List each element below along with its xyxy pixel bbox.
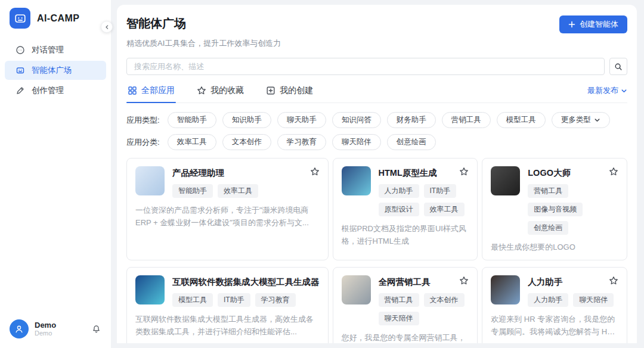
search-icon [614,63,623,71]
filter-chip[interactable]: 营销工具 [442,112,491,128]
agent-tag: 聊天陪伴 [379,312,419,325]
favorite-star-icon[interactable] [609,166,618,176]
agent-tag: 效率工具 [424,203,465,216]
agent-tag: 营销工具 [528,184,568,198]
agent-title: 全网营销工具 [379,275,456,288]
card-title-row: 人力助手 [528,275,618,288]
main-panel: 智能体广场 创建智能体 精选优质AI工具集合，提升工作效率与创造力 全部应用我的… [117,5,637,343]
card-head: 产品经理助理智能助手效率工具 [135,166,320,198]
favorite-star-icon[interactable] [459,166,469,176]
filter-chip[interactable]: 模型工具 [497,112,546,128]
agent-tag: IT助手 [424,184,457,198]
agent-card[interactable]: 产品经理助理智能助手效率工具一位资深的产品需求分析师，专注于"灏米跨境电商 ER… [126,158,329,260]
sort-dropdown[interactable]: 最新发布 [587,85,627,102]
filter-chip[interactable]: 学习教育 [277,134,326,150]
grid-icon [128,86,137,95]
agent-avatar-image [135,166,165,195]
user-meta: Demo Demo [35,321,56,337]
agent-card[interactable]: 人力助手人力助手聊天陪伴欢迎来到 HR 专家咨询台，我是您的专属顾问。我将竭诚为… [482,267,627,343]
card-info: 互联网软件数据集成大模型工具生成器模型工具IT助手学习教育 [172,275,320,307]
filter-chip[interactable]: 智能助手 [168,112,216,128]
agent-tag: 效率工具 [218,184,258,198]
card-info: HTML原型生成人力助手IT助手原型设计效率工具 [379,166,469,216]
sidebar-item-agent-plaza[interactable]: 智能体广场 [5,61,106,80]
sidebar: AI-CAMP 对话管理智能体广场创作管理 Demo Demo [0,0,111,348]
filter-chip[interactable]: 聊天助手 [277,112,326,128]
agent-description: 根据PRD文档及指定的界面UI样式风格，进行HTML生成 [342,222,469,247]
card-title-row: 产品经理助理 [172,166,320,179]
agent-tags: 人力助手IT助手原型设计效率工具 [379,184,469,216]
pencil-icon [16,86,25,95]
agent-tag: 智能助手 [172,184,213,198]
tab-1[interactable]: 我的收藏 [196,85,245,102]
agent-tag: 图像与音视频 [528,203,583,216]
agent-tag: 人力助手 [528,293,568,307]
agent-tag: 营销工具 [379,293,419,307]
sidebar-collapse-button[interactable] [101,21,113,33]
more-filters-chip[interactable]: 更多类型 [552,112,610,128]
sort-label: 最新发布 [587,85,618,96]
create-agent-button[interactable]: 创建智能体 [559,15,627,33]
sidebar-item-label: 智能体广场 [32,65,72,76]
search-bar [126,58,627,75]
app-logo: AI-CAMP [0,0,111,35]
favorite-star-icon[interactable] [310,166,320,176]
filter-chip[interactable]: 财务助手 [387,112,436,128]
card-title-row: HTML原型生成 [379,166,469,179]
filter-chip[interactable]: 文本创作 [222,134,271,150]
agent-card[interactable]: 互联网软件数据集成大模型工具生成器模型工具IT助手学习教育互联网软件数据集成大模… [126,267,329,343]
sidebar-item-creation-management[interactable]: 创作管理 [5,81,106,100]
favorite-star-icon[interactable] [609,275,618,285]
agent-card[interactable]: 全网营销工具营销工具文本创作聊天陪伴您好，我是您的专属全网营销工具，输入问题即可… [333,267,478,343]
card-info: 产品经理助理智能助手效率工具 [172,166,320,198]
card-title-row: 全网营销工具 [379,275,469,288]
tab-2[interactable]: 我的创建 [265,85,314,102]
sidebar-item-label: 对话管理 [32,45,64,55]
agent-tags: 营销工具文本创作聊天陪伴 [379,293,469,325]
page-header: 智能体广场 创建智能体 [126,15,627,33]
filter-options: 效率工具文本创作学习教育聊天陪伴创意绘画 [168,134,436,150]
agent-card[interactable]: LOGO大师营销工具图像与音视频创意绘画最快生成你想要的LOGO [482,158,627,260]
agent-avatar-image [491,275,520,304]
agent-tags: 人力助手聊天陪伴 [528,293,618,307]
card-head: 全网营销工具营销工具文本创作聊天陪伴 [342,275,469,325]
filter-chip[interactable]: 创意绘画 [387,134,436,150]
agent-title: 人力助手 [528,275,605,288]
tab-label: 我的创建 [280,85,313,96]
user-subtitle: Demo [35,330,56,337]
tabs-bar: 全部应用我的收藏我的创建 最新发布 [126,85,627,103]
filters: 应用类型:智能助手知识助手聊天助手知识问答财务助手营销工具模型工具更多类型应用分… [126,112,627,150]
agent-description: 互联网软件数据集成大模型工具生成器，高效生成各类数据集成工具，并进行详细介绍和性… [135,313,320,338]
favorite-star-icon[interactable] [459,275,469,285]
filter-chip[interactable]: 知识助手 [222,112,271,128]
tab-0[interactable]: 全部应用 [126,85,176,102]
user-profile[interactable]: Demo Demo [0,319,111,338]
agent-tags: 智能助手效率工具 [172,184,320,198]
card-title-row: LOGO大师 [528,166,618,179]
notifications-bell-icon[interactable] [91,324,101,334]
filter-label: 应用类型: [126,115,160,126]
search-button[interactable] [609,58,627,75]
robot-logo-icon [10,8,30,29]
filter-chip[interactable]: 聊天陪伴 [332,134,381,150]
agent-tag: 模型工具 [172,293,213,307]
agent-title: HTML原型生成 [379,166,456,179]
search-input[interactable] [126,58,605,75]
chevron-left-icon [104,24,110,30]
agent-avatar-image [135,275,165,304]
filter-chip[interactable]: 知识问答 [332,112,381,128]
agent-card[interactable]: HTML原型生成人力助手IT助手原型设计效率工具根据PRD文档及指定的界面UI样… [333,158,478,260]
user-avatar-icon [10,319,29,338]
agent-description: 欢迎来到 HR 专家咨询台，我是您的专属顾问。我将竭诚为您解答与 HR 相关的问… [491,313,618,338]
filter-chip[interactable]: 效率工具 [168,134,216,150]
chevron-down-icon [621,88,627,94]
agent-tag: 学习教育 [255,293,296,307]
agent-avatar-image [491,166,520,195]
card-head: 人力助手人力助手聊天陪伴 [491,275,618,307]
agent-title: 互联网软件数据集成大模型工具生成器 [172,275,320,288]
tab-label: 全部应用 [141,85,175,96]
sidebar-item-chat-management[interactable]: 对话管理 [5,41,106,60]
agent-title: LOGO大师 [528,166,605,179]
chevron-down-icon [594,117,600,123]
agent-avatar-image [342,166,371,195]
